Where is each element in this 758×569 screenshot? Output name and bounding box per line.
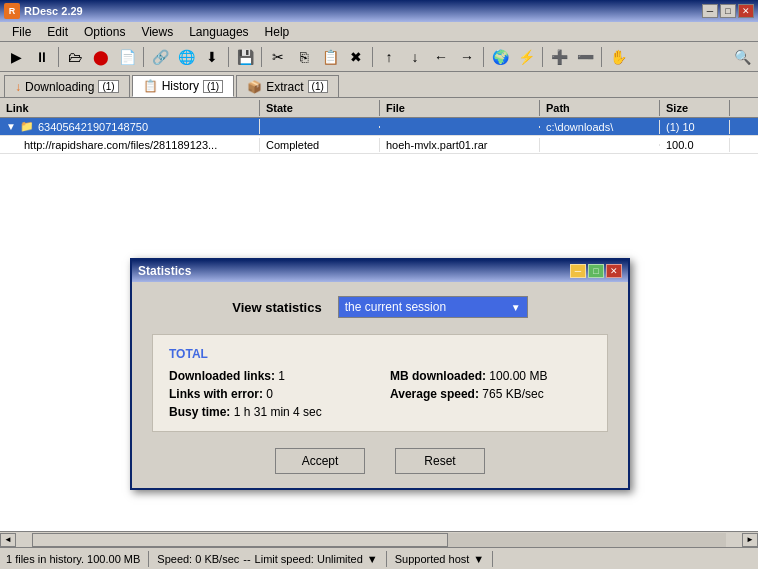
maximize-button[interactable]: □ <box>720 4 736 18</box>
mb-downloaded-label: MB downloaded: <box>390 369 486 383</box>
stop-red-button[interactable]: ⬤ <box>89 45 113 69</box>
toolbar-separator-3 <box>228 47 229 67</box>
avg-speed-stat: Average speed: 765 KB/sec <box>390 387 591 401</box>
view-statistics-row: View statistics the current session ▼ <box>152 296 608 318</box>
history-tab-badge: (1) <box>203 80 223 93</box>
arrow-up1-button[interactable]: ↑ <box>377 45 401 69</box>
toolbar-separator-5 <box>372 47 373 67</box>
paste-button[interactable]: 📋 <box>318 45 342 69</box>
modal-buttons: Accept Reset <box>152 448 608 474</box>
stats-grid: Downloaded links: 1 MB downloaded: 100.0… <box>169 369 591 419</box>
modal-title-bar: Statistics ─ □ ✕ <box>132 260 628 282</box>
arrow-down1-button[interactable]: ↓ <box>403 45 427 69</box>
tab-downloading[interactable]: ↓ Downloading (1) <box>4 75 130 97</box>
arrow-left1-button[interactable]: ← <box>429 45 453 69</box>
links-error-value: 0 <box>266 387 273 401</box>
reset-button[interactable]: Reset <box>395 448 485 474</box>
earth-button[interactable]: 🌍 <box>488 45 512 69</box>
title-bar: R RDesc 2.29 ─ □ ✕ <box>0 0 758 22</box>
toolbar-separator-7 <box>542 47 543 67</box>
add-button[interactable]: ➕ <box>547 45 571 69</box>
tab-extract[interactable]: 📦 Extract (1) <box>236 75 339 97</box>
power-button[interactable]: ⚡ <box>514 45 538 69</box>
session-select[interactable]: the current session ▼ <box>338 296 528 318</box>
stats-box: TOTAL Downloaded links: 1 MB downloaded:… <box>152 334 608 432</box>
session-select-value: the current session <box>345 300 446 314</box>
links-error-stat: Links with error: 0 <box>169 387 370 401</box>
extract-tab-label: Extract <box>266 80 303 94</box>
downloaded-links-stat: Downloaded links: 1 <box>169 369 370 383</box>
toolbar-separator-1 <box>58 47 59 67</box>
modal-title-text: Statistics <box>138 264 191 278</box>
downloading-tab-icon: ↓ <box>15 80 21 94</box>
busy-time-stat: Busy time: 1 h 31 min 4 sec <box>169 405 591 419</box>
select-arrow-icon: ▼ <box>511 302 521 313</box>
pause-button[interactable]: ⏸ <box>30 45 54 69</box>
floppy-button[interactable]: 💾 <box>233 45 257 69</box>
close-button[interactable]: ✕ <box>738 4 754 18</box>
downloaded-links-value: 1 <box>278 369 285 383</box>
total-label: TOTAL <box>169 347 591 361</box>
search-icon[interactable]: 🔍 <box>730 45 754 69</box>
content-area: Link State File Path Size ▼ 📁 6340564219… <box>0 98 758 569</box>
tab-history[interactable]: 📋 History (1) <box>132 75 235 97</box>
toolbar-separator-6 <box>483 47 484 67</box>
statistics-dialog: Statistics ─ □ ✕ View statistics the cur… <box>130 258 630 490</box>
scissors-button[interactable]: ✂ <box>266 45 290 69</box>
history-tab-icon: 📋 <box>143 79 158 93</box>
history-tab-label: History <box>162 79 199 93</box>
toolbar-separator-2 <box>143 47 144 67</box>
avg-speed-value: 765 KB/sec <box>482 387 543 401</box>
hand-button[interactable]: ✋ <box>606 45 630 69</box>
modal-maximize-button[interactable]: □ <box>588 264 604 278</box>
downloading-tab-label: Downloading <box>25 80 94 94</box>
avg-speed-label: Average speed: <box>390 387 479 401</box>
folder-open-button[interactable]: 🗁 <box>63 45 87 69</box>
menu-help[interactable]: Help <box>257 23 298 41</box>
busy-time-value: 1 h 31 min 4 sec <box>234 405 322 419</box>
toolbar: ▶ ⏸ 🗁 ⬤ 📄 🔗 🌐 ⬇ 💾 ✂ ⎘ 📋 ✖ ↑ ↓ ← → 🌍 ⚡ ➕ … <box>0 42 758 72</box>
arrow-down-button[interactable]: ⬇ <box>200 45 224 69</box>
extract-tab-icon: 📦 <box>247 80 262 94</box>
file-new-button[interactable]: 📄 <box>115 45 139 69</box>
copy-button[interactable]: ⎘ <box>292 45 316 69</box>
play-button[interactable]: ▶ <box>4 45 28 69</box>
menu-edit[interactable]: Edit <box>39 23 76 41</box>
minimize-button[interactable]: ─ <box>702 4 718 18</box>
downloaded-links-label: Downloaded links: <box>169 369 275 383</box>
menu-file[interactable]: File <box>4 23 39 41</box>
modal-minimize-button[interactable]: ─ <box>570 264 586 278</box>
subtract-button[interactable]: ➖ <box>573 45 597 69</box>
delete-button[interactable]: ✖ <box>344 45 368 69</box>
accept-button[interactable]: Accept <box>275 448 365 474</box>
app-icon: R <box>4 3 20 19</box>
arrow-right1-button[interactable]: → <box>455 45 479 69</box>
mb-downloaded-value: 100.00 MB <box>489 369 547 383</box>
toolbar-separator-4 <box>261 47 262 67</box>
busy-time-label: Busy time: <box>169 405 230 419</box>
window-title: RDesc 2.29 <box>24 5 83 17</box>
menu-views[interactable]: Views <box>133 23 181 41</box>
modal-overlay: Statistics ─ □ ✕ View statistics the cur… <box>0 98 758 569</box>
extract-tab-badge: (1) <box>308 80 328 93</box>
downloading-tab-badge: (1) <box>98 80 118 93</box>
tabs-bar: ↓ Downloading (1) 📋 History (1) 📦 Extrac… <box>0 72 758 98</box>
links-error-label: Links with error: <box>169 387 263 401</box>
view-statistics-label: View statistics <box>232 300 321 315</box>
mb-downloaded-stat: MB downloaded: 100.00 MB <box>390 369 591 383</box>
modal-body: View statistics the current session ▼ TO… <box>132 282 628 488</box>
modal-close-button[interactable]: ✕ <box>606 264 622 278</box>
menu-options[interactable]: Options <box>76 23 133 41</box>
menu-languages[interactable]: Languages <box>181 23 256 41</box>
link-button[interactable]: 🔗 <box>148 45 172 69</box>
menu-bar: File Edit Options Views Languages Help <box>0 22 758 42</box>
globe-button[interactable]: 🌐 <box>174 45 198 69</box>
toolbar-separator-8 <box>601 47 602 67</box>
